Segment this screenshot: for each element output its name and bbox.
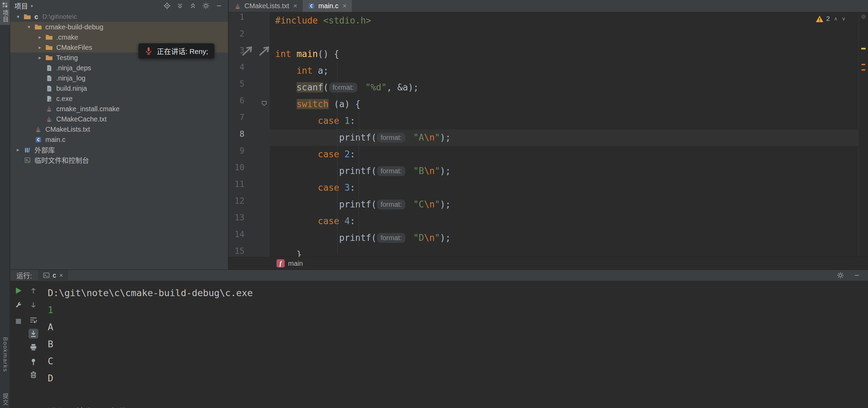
overlay-arrow-icon[interactable] [257,43,271,57]
console-command-line: D:\git\note\c\cmake-build-debug\c.exe [48,285,868,302]
tree-row-cmake-build-debug[interactable]: ▾cmake-build-debug [10,22,228,32]
build-button[interactable] [14,300,23,310]
code-token: a; [313,65,329,76]
tab-cmakelists-txt[interactable]: CMakeLists.txt × [229,0,303,12]
tree-row-c-exe[interactable]: c.exe [10,93,228,104]
tree-row-build-ninja[interactable]: build.ninja [10,83,228,93]
stripe-button-bookmarks[interactable]: Bookmarks [0,337,10,372]
close-icon[interactable]: × [293,2,297,10]
hide-run-panel-button[interactable]: − [854,272,859,279]
parameter-hint-inlay[interactable]: format: [329,83,357,92]
line-number[interactable]: 12 [229,196,270,213]
parameter-hint-inlay[interactable]: format: [377,233,405,243]
tree-row-cmakelists-txt[interactable]: CMakeLists.txt [10,124,228,134]
editor-tab-bar: CMakeLists.txt × C main.c × [229,0,868,12]
chevron-down-icon[interactable]: ▾ [24,24,34,30]
chevron-right-icon[interactable]: ▸ [35,34,45,40]
code-editor[interactable]: 123456789101112131415 #include <stdio.h>… [229,12,858,257]
code-line-7[interactable]: case 1: [270,113,858,129]
line-number[interactable]: 14 [229,230,270,246]
tree-row-scratches-and-consoles[interactable]: 临时文件和控制台 [10,155,228,165]
code-line-1[interactable]: #include <stdio.h> [270,12,858,29]
breadcrumbs: f main [229,257,868,269]
collapse-all-button[interactable] [186,1,199,10]
chevron-right-icon[interactable]: ▸ [35,55,45,61]
stripe-button-commit[interactable]: 提交 [0,393,10,406]
tree-row-dot-cmake[interactable]: ▸.cmake [10,32,228,42]
code-line-13[interactable]: case 4: [270,213,858,230]
fold-region-icon[interactable] [261,100,268,107]
line-number[interactable]: 7 [229,113,270,129]
overlay-arrow-icon[interactable] [240,43,254,57]
code-line-8[interactable]: printf(format: "A\n"); [270,129,858,146]
down-button[interactable] [29,300,38,310]
code-line-6[interactable]: switch (a) { [270,96,858,113]
run-tab-c[interactable]: c × [38,270,68,281]
previous-problem-icon[interactable]: ∧ [834,16,838,22]
parameter-hint-inlay[interactable]: format: [377,200,405,209]
tree-row-project-root[interactable]: ▾cD:\git\note\c [10,12,228,22]
code-line-5[interactable]: scanf(format: "%d", &a); [270,79,858,96]
hide-panel-button[interactable]: − [212,1,225,10]
line-number[interactable]: 13 [229,213,270,230]
code-line-9[interactable]: case 2: [270,146,858,163]
tree-row-main-c[interactable]: Cmain.c [10,134,228,145]
stripe-mark[interactable] [862,64,865,65]
parameter-hint-inlay[interactable]: format: [377,166,405,176]
tree-row-external-libraries[interactable]: ▸外部库 [10,145,228,155]
tree-row-cmake-install-cmake[interactable]: cmake_install.cmake [10,104,228,114]
panel-settings-button[interactable] [199,1,212,10]
run-console[interactable]: D:\git\note\c\cmake-build-debug\c.exe1AB… [48,281,868,408]
expand-all-button[interactable] [174,1,186,10]
code-token: ); [440,199,451,209]
line-number[interactable]: 5 [229,79,270,96]
line-number[interactable]: 9 [229,146,270,163]
up-button[interactable] [29,286,38,295]
locate-file-button[interactable] [161,1,174,10]
next-problem-icon[interactable]: ∨ [842,16,845,22]
rerun-button[interactable] [14,286,23,295]
tree-row-ninja-deps[interactable]: ?.ninja_deps [10,63,228,73]
pin-button[interactable] [29,357,38,366]
parameter-hint-inlay[interactable]: format: [377,133,405,143]
line-number[interactable]: 11 [229,179,270,196]
stripe-button-project[interactable]: 项目 [0,0,10,25]
line-number[interactable]: 10 [229,163,270,179]
chevron-right-icon[interactable]: ▸ [13,147,23,153]
close-icon[interactable]: × [59,272,63,279]
console-line: 1 [48,302,868,319]
code-line-4[interactable]: int a; [270,62,858,79]
breadcrumb-item-main[interactable]: main [288,260,303,267]
line-number[interactable]: 4 [229,62,270,79]
warning-stripe-mark[interactable] [861,48,866,49]
chevron-down-icon[interactable]: ▾ [13,14,23,20]
tab-main-c[interactable]: C main.c × [303,0,352,12]
inspections-widget[interactable]: 2 ∧ ∨ [816,15,845,23]
code-line-2[interactable] [270,29,858,46]
line-number[interactable]: 1 [229,12,270,29]
stop-button[interactable] [14,317,23,326]
code-token: : [350,216,355,226]
chevron-right-icon[interactable]: ▸ [35,44,45,50]
code-line-11[interactable]: case 3: [270,179,858,196]
code-line-3[interactable]: int main() { [270,46,858,62]
code-line-12[interactable]: printf(format: "C\n"); [270,196,858,213]
code-line-10[interactable]: printf(format: "B\n"); [270,163,858,179]
close-icon[interactable]: × [343,2,347,10]
soft-wrap-button[interactable] [29,315,38,325]
tree-row-cmakecache-txt[interactable]: CMakeCache.txt [10,114,228,124]
code-content[interactable]: #include <stdio.h>int main() { int a; sc… [270,12,858,257]
project-panel-title[interactable]: 项目 [14,1,28,11]
print-button[interactable] [29,343,38,352]
scroll-to-end-button[interactable] [29,329,38,338]
clear-button[interactable] [29,370,38,379]
code-line-14[interactable]: printf(format: "D\n"); [270,230,858,246]
stripe-mark[interactable] [862,69,865,71]
line-number[interactable]: 8 [229,129,270,146]
line-number[interactable]: 15 [229,246,270,257]
run-settings-button[interactable] [837,272,844,279]
code-line-15[interactable]: } [270,246,858,257]
error-stripe[interactable] [858,12,868,269]
tree-row-ninja-log[interactable]: .ninja_log [10,73,228,83]
stripe-settings-icon[interactable] [860,14,867,20]
